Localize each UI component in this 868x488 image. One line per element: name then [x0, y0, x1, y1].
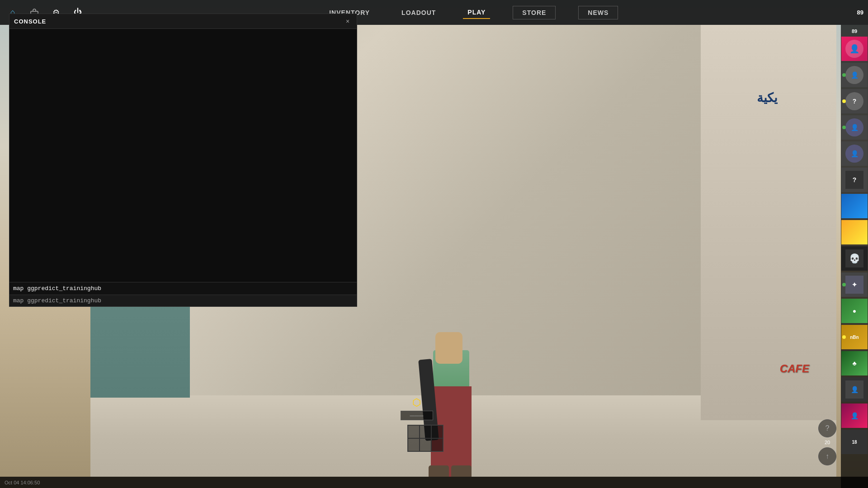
grid-cell: [431, 425, 443, 438]
player-item[interactable]: 💀: [841, 246, 868, 271]
help-count-1: 20: [825, 440, 830, 445]
player-item[interactable]: 👤: [841, 141, 868, 166]
player-item[interactable]: [841, 194, 868, 218]
console-header: CONSOLE ×: [9, 14, 357, 29]
grid-cell: [408, 425, 420, 438]
minimap-area: ⬡ ———: [401, 397, 433, 420]
player-item[interactable]: ?: [841, 168, 868, 192]
grid-cell: [431, 438, 443, 451]
char-shoe-right: [451, 465, 472, 477]
minimap-label: ———: [401, 411, 433, 420]
player-item[interactable]: ♣: [841, 351, 868, 375]
char-shoe-left: [429, 465, 449, 477]
help-button-1[interactable]: ?: [818, 419, 836, 437]
coin-count: 89: [857, 9, 863, 16]
help-icons: ? 20 ↑: [818, 419, 836, 465]
player-item[interactable]: 👤: [841, 37, 868, 61]
player-item[interactable]: 👤: [841, 404, 868, 428]
status-bar: Oct 04 14:06:50: [0, 477, 868, 488]
nav-play[interactable]: PLAY: [463, 6, 490, 19]
minimap-icon: ⬡: [412, 397, 421, 408]
player-item[interactable]: ●: [841, 299, 868, 323]
console-close-button[interactable]: ×: [343, 17, 352, 26]
player-item[interactable]: [841, 220, 868, 244]
console-input-row: [9, 282, 357, 295]
char-head: [435, 332, 462, 364]
building-right: [701, 25, 836, 420]
nav-loadout[interactable]: LOADOUT: [397, 7, 440, 19]
player-count: 89: [852, 27, 857, 35]
console-window: CONSOLE × map ggpredict_traininghub: [9, 14, 357, 307]
player-item[interactable]: ?: [841, 89, 868, 113]
right-panel: 89 👤 👤 ? 👤 👤 ?: [841, 25, 868, 488]
player-item[interactable]: 👤: [841, 115, 868, 140]
player-item[interactable]: ✦: [841, 272, 868, 297]
console-autocomplete[interactable]: map ggpredict_traininghub: [9, 295, 357, 306]
player-item[interactable]: nBn: [841, 325, 868, 349]
console-output: [9, 29, 357, 282]
grid-cell: [420, 438, 431, 451]
player-item[interactable]: 👤: [841, 63, 868, 87]
cafe-sign: CAFE: [780, 362, 809, 375]
nav-store[interactable]: STORE: [513, 6, 556, 19]
help-button-2[interactable]: ↑: [818, 447, 836, 465]
nav-news[interactable]: NEWS: [578, 6, 618, 19]
action-grid: [407, 425, 443, 452]
nav-right: 89: [857, 9, 868, 16]
status-text: Oct 04 14:06:50: [5, 480, 40, 485]
grid-cell: [408, 438, 420, 451]
player-item[interactable]: 18: [841, 430, 868, 454]
arabic-sign: يكية: [757, 90, 778, 105]
grid-cell: [420, 425, 431, 438]
console-input[interactable]: [13, 285, 353, 292]
player-item[interactable]: 👤: [841, 377, 868, 402]
console-title: CONSOLE: [14, 18, 46, 25]
